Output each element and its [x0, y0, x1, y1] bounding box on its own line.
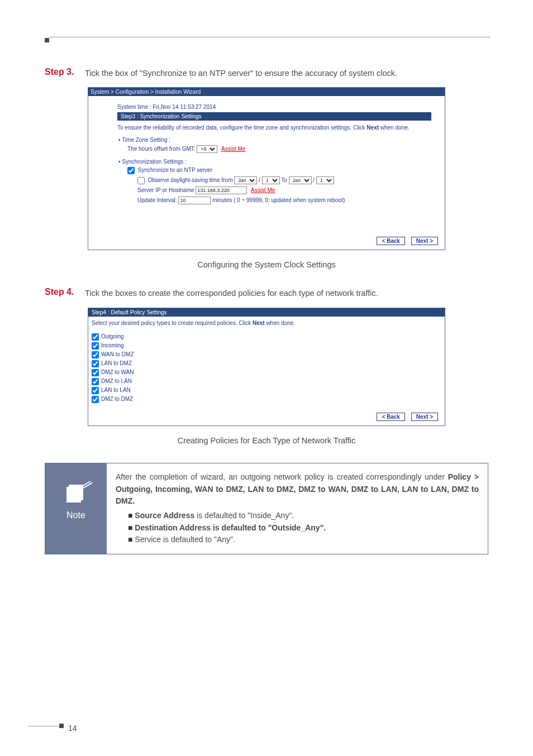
policy-wan-dmz-checkbox[interactable] [92, 351, 99, 358]
step-3-label: Step 3. [45, 67, 74, 76]
interval-input[interactable] [178, 197, 211, 204]
page-number: 14 [68, 724, 77, 733]
policy-wan-dmz: WAN to DMZ [92, 351, 441, 358]
gmt-offset-select[interactable]: +8 [197, 145, 217, 153]
step-3: Step 3. Tick the box of "Synchronize to … [45, 67, 488, 79]
bottom-rule [28, 724, 67, 728]
policy-dmz-wan: DMZ to WAN [92, 369, 441, 376]
back-button[interactable]: < Back [377, 237, 405, 245]
server-input[interactable] [196, 186, 247, 194]
assist-link-server[interactable]: Assist Me [251, 187, 275, 193]
policy-lan-lan-checkbox[interactable] [92, 387, 99, 394]
top-rule [45, 35, 492, 39]
dst-checkbox[interactable] [137, 177, 145, 184]
back-button-2[interactable]: < Back [377, 413, 405, 421]
policy-dmz-lan-checkbox[interactable] [92, 378, 99, 385]
policy-incoming: Incoming [92, 342, 441, 350]
dst-from-day[interactable]: 1 [262, 176, 280, 184]
policy-lan-lan: LAN to LAN [92, 387, 441, 394]
note-bullet-1: Source Address is defaulted to "Inside_A… [128, 510, 479, 522]
dst-row: Observe daylight-saving time from Jan / … [137, 176, 431, 184]
note-bullet-2: Destination Address is defaulted to "Out… [128, 522, 479, 534]
policy-dmz-dmz-checkbox[interactable] [92, 396, 99, 403]
note-box: Note After the completion of wizard, an … [45, 463, 488, 554]
gmt-offset-row: The hours offset from GMT: +8 Assist Me [127, 145, 431, 153]
sync-heading: • Synchronization Settings : [118, 159, 431, 165]
screenshot-step4: Step4 : Default Policy Settings Select y… [88, 308, 445, 426]
sync-ntp-row: Synchronize to an NTP server [127, 167, 431, 174]
screenshot-step3: System > Configuration > Installation Wi… [88, 87, 445, 250]
policy-lan-dmz-checkbox[interactable] [92, 360, 99, 367]
policy-dmz-dmz: DMZ to DMZ [92, 396, 441, 403]
step3-section-title: Step3 : Synchronization Settings [117, 112, 431, 121]
server-row: Server IP or Hostname Assist Me [137, 186, 431, 194]
next-button-2[interactable]: Next > [411, 413, 438, 421]
step3-help: To ensure the reliability of recorded da… [117, 124, 431, 131]
note-label: Note [45, 510, 107, 520]
breadcrumb: System > Configuration > Installation Wi… [88, 88, 445, 96]
step-3-text: Tick the box of "Synchronize to an NTP s… [85, 67, 488, 79]
assist-link-tz[interactable]: Assist Me [221, 146, 245, 152]
policy-dmz-wan-checkbox[interactable] [92, 369, 99, 376]
note-bullet-3: Service is defaulted to "Any". [128, 534, 479, 546]
interval-row: Update Interval: minutes ( 0 ~ 99999, 0:… [137, 197, 431, 204]
policy-outgoing: Outgoing [92, 333, 441, 341]
policy-dmz-lan: DMZ to LAN [92, 378, 441, 385]
caption-1: Configuring the System Clock Settings [45, 260, 488, 269]
caption-2: Creating Policies for Each Type of Netwo… [45, 436, 488, 445]
dst-from-month[interactable]: Jan [234, 176, 257, 184]
system-time: System time : Fri,Nov 14 11:53:27 2014 [117, 104, 431, 110]
sync-ntp-checkbox[interactable] [127, 167, 135, 174]
timezone-heading: • Time Zone Setting : [118, 137, 431, 143]
step4-help: Select your desired policy types to crea… [92, 320, 441, 326]
policy-outgoing-checkbox[interactable] [92, 333, 99, 341]
step-4: Step 4. Tick the boxes to create the cor… [45, 287, 488, 299]
next-button[interactable]: Next > [411, 237, 438, 245]
step4-section-title: Step4 : Default Policy Settings [88, 308, 445, 317]
policy-incoming-checkbox[interactable] [92, 342, 99, 350]
note-paragraph: After the completion of wizard, an outgo… [116, 471, 479, 508]
step-4-text: Tick the boxes to create the corresponde… [85, 287, 488, 299]
note-icon [63, 482, 89, 505]
dst-to-day[interactable]: 1 [316, 176, 334, 184]
step-4-label: Step 4. [45, 287, 74, 296]
policy-lan-dmz: LAN to DMZ [92, 360, 441, 367]
dst-to-month[interactable]: Jan [289, 176, 312, 184]
